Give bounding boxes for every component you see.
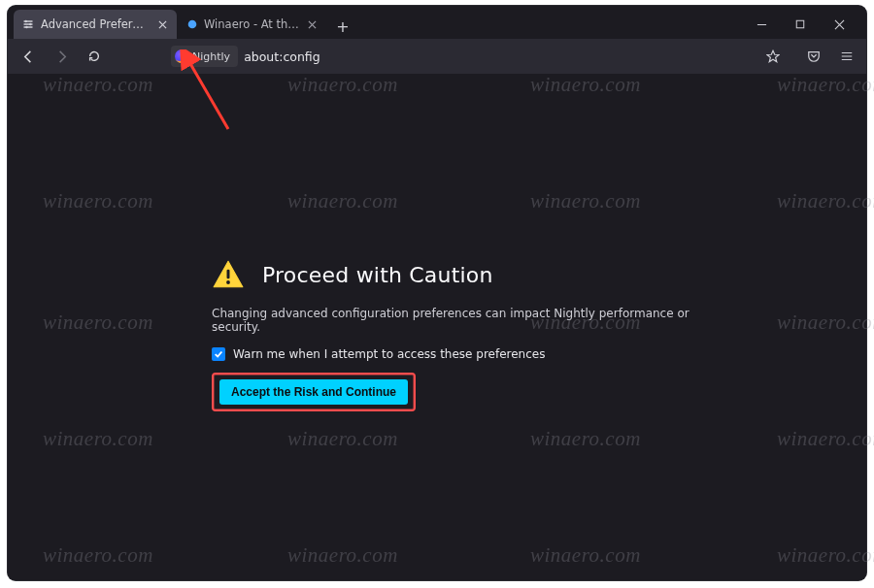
tab-label: Winaero - At the edge of tweaking bbox=[204, 17, 300, 31]
reload-button[interactable] bbox=[80, 43, 109, 70]
about-config-warning: Proceed with Caution Changing advanced c… bbox=[212, 258, 717, 411]
checkbox-label: Warn me when I attempt to access these p… bbox=[233, 347, 545, 361]
tab-favicon-site-icon bbox=[186, 17, 198, 31]
svg-point-5 bbox=[25, 26, 27, 28]
forward-button[interactable] bbox=[47, 43, 76, 70]
url-bar[interactable]: Nightly about:config bbox=[171, 46, 756, 67]
window-maximize-button[interactable] bbox=[781, 10, 820, 39]
warn-checkbox-row[interactable]: Warn me when I attempt to access these p… bbox=[212, 347, 717, 361]
svg-point-9 bbox=[226, 280, 230, 284]
plus-icon: + bbox=[336, 17, 349, 36]
window-close-button[interactable] bbox=[820, 10, 858, 39]
new-tab-button[interactable]: + bbox=[330, 14, 355, 39]
save-to-pocket-icon[interactable] bbox=[800, 43, 827, 70]
window-controls bbox=[742, 10, 858, 39]
warning-title: Proceed with Caution bbox=[262, 263, 493, 287]
browser-window: Advanced Preferences Winaero - At the ed… bbox=[8, 6, 866, 580]
window-minimize-button[interactable] bbox=[742, 10, 781, 39]
tab-advanced-preferences[interactable]: Advanced Preferences bbox=[14, 10, 177, 39]
url-text: about:config bbox=[244, 49, 320, 64]
tab-favicon-settings-icon bbox=[21, 17, 35, 31]
page-content: Proceed with Caution Changing advanced c… bbox=[8, 74, 866, 580]
accept-risk-button[interactable]: Accept the Risk and Continue bbox=[219, 379, 408, 405]
bookmark-star-icon[interactable] bbox=[759, 43, 787, 70]
firefox-nightly-icon bbox=[175, 49, 188, 63]
identity-label: Nightly bbox=[192, 50, 230, 63]
urlbar-actions bbox=[759, 43, 787, 70]
warning-body: Changing advanced configuration preferen… bbox=[212, 307, 717, 334]
tab-winaero[interactable]: Winaero - At the edge of tweaking bbox=[179, 10, 324, 39]
svg-point-3 bbox=[25, 20, 27, 22]
svg-rect-8 bbox=[227, 270, 230, 279]
svg-rect-2 bbox=[24, 26, 33, 28]
toolbar-extras bbox=[800, 43, 860, 70]
svg-rect-7 bbox=[796, 20, 804, 28]
close-tab-icon[interactable] bbox=[155, 17, 169, 31]
svg-point-4 bbox=[29, 23, 31, 25]
annotation-highlight-box: Accept the Risk and Continue bbox=[212, 373, 416, 411]
identity-box[interactable]: Nightly bbox=[171, 46, 238, 67]
close-tab-icon[interactable] bbox=[308, 17, 317, 31]
back-button[interactable] bbox=[14, 43, 43, 70]
nav-toolbar: Nightly about:config bbox=[8, 39, 866, 74]
warning-triangle-icon bbox=[212, 258, 245, 291]
svg-point-6 bbox=[188, 20, 197, 29]
tab-strip: Advanced Preferences Winaero - At the ed… bbox=[8, 6, 866, 39]
checkbox-checked-icon[interactable] bbox=[212, 347, 225, 361]
tab-label: Advanced Preferences bbox=[41, 17, 148, 31]
app-menu-icon[interactable] bbox=[833, 43, 860, 70]
